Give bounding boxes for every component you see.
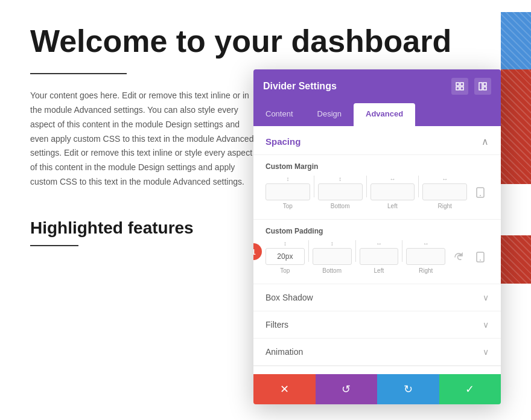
panel-header: Divider Settings xyxy=(253,69,501,103)
box-shadow-title: Box Shadow xyxy=(266,293,313,302)
padding-inputs-row: ↕ Top ↕ Bottom ↔ Left xyxy=(266,240,445,274)
padding-left-label: Left xyxy=(374,267,384,274)
panel-tabs: Content Design Advanced xyxy=(253,103,501,126)
padding-left-icon: ↔ xyxy=(376,240,382,247)
filters-section[interactable]: Filters ∨ xyxy=(253,311,501,339)
padding-top-input[interactable] xyxy=(266,248,305,265)
page-body: Your content goes here. Edit or remove t… xyxy=(30,89,259,189)
undo-icon: ↺ xyxy=(342,383,351,396)
margin-device-icon[interactable] xyxy=(472,184,489,201)
panel-header-icons xyxy=(451,78,491,95)
undo-button[interactable]: ↺ xyxy=(316,374,378,404)
cancel-icon: ✕ xyxy=(280,383,289,396)
margin-top-wrapper: ↕ Top xyxy=(266,176,310,209)
svg-rect-6 xyxy=(483,87,486,90)
padding-divider-3 xyxy=(402,240,402,262)
margin-divider-1 xyxy=(314,176,314,197)
margin-top-icon: ↕ xyxy=(286,176,289,182)
custom-padding-label: Custom Padding xyxy=(266,227,489,235)
margin-right-label: Right xyxy=(437,203,451,209)
custom-margin-label: Custom Margin xyxy=(266,162,489,171)
spacing-chevron-icon: ∧ xyxy=(482,136,489,147)
margin-bottom-label: Bottom xyxy=(331,203,350,209)
svg-rect-5 xyxy=(483,83,486,86)
margin-left-input[interactable] xyxy=(370,183,415,200)
padding-right-wrapper: ↔ Right xyxy=(406,240,445,274)
padding-divider-2 xyxy=(355,240,356,262)
page-divider xyxy=(30,73,127,74)
margin-divider-2 xyxy=(366,176,367,197)
svg-rect-4 xyxy=(479,83,482,90)
margin-bottom-icon: ↕ xyxy=(339,176,342,182)
box-shadow-chevron-icon: ∨ xyxy=(483,293,489,302)
margin-right-wrapper: ↔ Right xyxy=(422,176,467,209)
page-title: Welcome to your dashboard xyxy=(30,24,501,59)
svg-rect-1 xyxy=(460,83,463,86)
spacing-title: Spacing xyxy=(266,136,300,147)
padding-top-icon: ↕ xyxy=(284,240,287,247)
save-icon: ✓ xyxy=(465,383,474,396)
margin-bottom-wrapper: ↕ Bottom xyxy=(318,176,363,209)
svg-point-10 xyxy=(480,259,481,261)
tab-advanced[interactable]: Advanced xyxy=(354,103,415,126)
redo-button[interactable]: ↻ xyxy=(377,374,439,404)
padding-bottom-label: Bottom xyxy=(322,267,342,274)
cancel-button[interactable]: ✕ xyxy=(253,374,316,404)
margin-left-icon: ↔ xyxy=(389,176,395,182)
bottom-divider xyxy=(30,245,78,246)
panel-layout-icon[interactable] xyxy=(474,78,491,95)
margin-left-wrapper: ↔ Left xyxy=(370,176,415,209)
margin-right-icon: ↔ xyxy=(442,176,448,182)
box-shadow-section[interactable]: Box Shadow ∨ xyxy=(253,284,501,311)
custom-padding-group: 1 Custom Padding ↕ Top ↕ Bottom xyxy=(253,220,501,284)
animation-section[interactable]: Animation ∨ xyxy=(253,339,501,366)
animation-title: Animation xyxy=(266,347,303,357)
margin-inputs-row: ↕ Top ↕ Bottom ↔ Left xyxy=(266,176,467,209)
margin-bottom-input[interactable] xyxy=(318,183,363,200)
padding-bottom-icon: ↕ xyxy=(331,240,334,247)
custom-padding-inputs: ↕ Top ↕ Bottom ↔ Left xyxy=(266,240,489,274)
padding-right-label: Right xyxy=(419,267,433,274)
margin-left-label: Left xyxy=(387,203,398,209)
padding-left-wrapper: ↔ Left xyxy=(360,240,399,274)
margin-top-label: Top xyxy=(283,203,293,209)
tab-design[interactable]: Design xyxy=(305,103,354,126)
svg-rect-0 xyxy=(456,83,459,86)
animation-chevron-icon: ∨ xyxy=(483,347,489,357)
padding-reset-icon[interactable] xyxy=(450,249,467,266)
custom-margin-group: Custom Margin ↕ Top ↕ Bottom xyxy=(253,155,501,220)
padding-device-icon[interactable] xyxy=(472,249,489,266)
tab-content[interactable]: Content xyxy=(253,103,305,126)
padding-right-icon: ↔ xyxy=(423,240,429,247)
spacing-section-header[interactable]: Spacing ∧ xyxy=(253,126,501,155)
filters-chevron-icon: ∨ xyxy=(483,320,489,329)
padding-bottom-wrapper: ↕ Bottom xyxy=(313,240,352,274)
padding-right-input[interactable] xyxy=(406,248,445,265)
step-badge-1: 1 xyxy=(253,243,262,260)
padding-top-wrapper: ↕ Top xyxy=(266,240,305,274)
deco-red-top-panel xyxy=(501,69,531,184)
filters-title: Filters xyxy=(266,320,288,329)
save-button[interactable]: ✓ xyxy=(439,374,501,404)
margin-top-input[interactable] xyxy=(266,183,310,200)
padding-left-input[interactable] xyxy=(360,248,399,265)
deco-red-bottom-panel: You xyxy=(501,235,531,284)
panel-help[interactable]: ? Help xyxy=(253,366,501,374)
redo-icon: ↻ xyxy=(404,383,413,396)
panel-footer: ✕ ↺ ↻ ✓ xyxy=(253,374,501,404)
settings-panel: Divider Settings Content Design xyxy=(253,69,501,404)
padding-top-label: Top xyxy=(280,267,290,274)
custom-margin-inputs: ↕ Top ↕ Bottom ↔ Left xyxy=(266,176,489,209)
svg-point-8 xyxy=(480,195,481,196)
margin-divider-3 xyxy=(418,176,419,197)
margin-right-input[interactable] xyxy=(422,183,467,200)
panel-title: Divider Settings xyxy=(263,81,337,92)
svg-rect-3 xyxy=(460,87,463,90)
padding-bottom-input[interactable] xyxy=(313,248,352,265)
panel-body: Spacing ∧ Custom Margin ↕ Top ↕ Bottom xyxy=(253,126,501,374)
svg-rect-2 xyxy=(456,87,459,90)
panel-expand-icon[interactable] xyxy=(451,78,468,95)
padding-divider-1 xyxy=(308,240,309,262)
